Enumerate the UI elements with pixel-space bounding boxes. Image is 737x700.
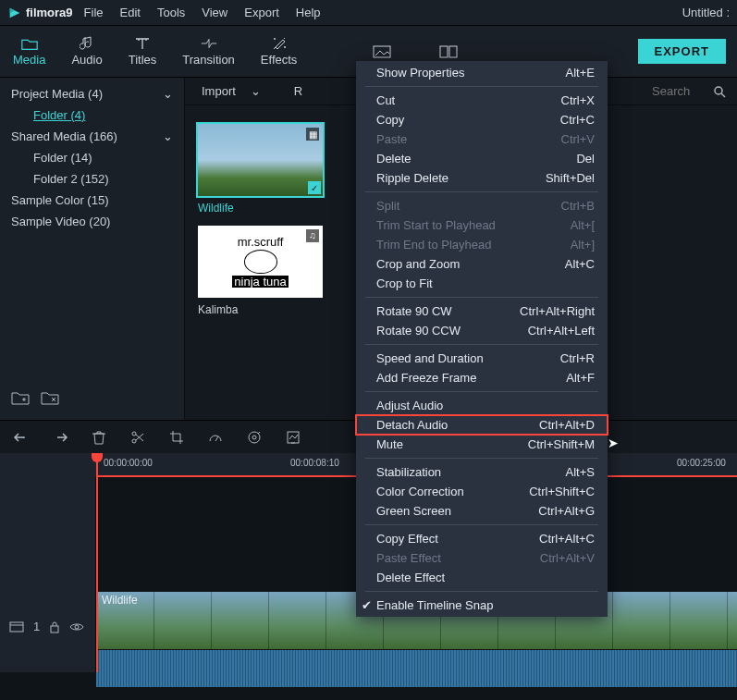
ctx-ripple-delete[interactable]: Ripple DeleteShift+Del [356,168,608,188]
menu-view[interactable]: View [202,6,227,19]
ctx-rotate-90-ccw[interactable]: Rotate 90 CCWCtrl+Alt+Left [356,321,608,340]
thumb-label: Wildlife [198,202,323,215]
search-box[interactable] [652,84,726,98]
titles-icon [133,36,152,51]
ruler-tick: 00:00:08:10 [290,458,339,468]
ctx-copy-effect[interactable]: Copy EffectCtrl+Alt+C [356,529,608,548]
search-input[interactable] [652,84,707,98]
sidebar-item[interactable]: Folder 2 (152) [0,168,184,190]
ctx-show-properties[interactable]: Show PropertiesAlt+E [356,63,608,82]
color-icon[interactable] [246,429,263,446]
mouse-cursor-icon: ➤ [608,436,619,450]
delete-folder-icon[interactable] [41,390,59,405]
menu-tools[interactable]: Tools [157,6,185,19]
menu-edit[interactable]: Edit [120,6,141,19]
record-button[interactable]: R [294,84,302,98]
svg-point-5 [715,87,722,94]
new-folder-icon[interactable] [11,390,30,405]
import-button[interactable]: Import ⌄ [196,84,266,98]
ctx-mute[interactable]: MuteCtrl+Shift+M [356,435,608,454]
search-icon [713,85,726,98]
media-icon [20,36,39,51]
sidebar-item[interactable]: Folder (4) [0,104,184,126]
ctx-detach-audio[interactable]: Detach AudioCtrl+Alt+D [356,415,608,435]
audio-icon [78,36,96,51]
ctx-copy[interactable]: CopyCtrl+C [356,110,608,129]
svg-point-11 [252,436,256,439]
ctx-green-screen[interactable]: Green ScreenCtrl+Alt+G [356,501,608,521]
ctx-crop-to-fit[interactable]: Crop to Fit [356,274,608,293]
chevron-down-icon: ⌄ [163,129,173,143]
ruler-tick: 00:00:00:00 [104,458,153,468]
sidebar-item[interactable]: Project Media (4)⌄ [0,83,184,104]
svg-point-1 [284,46,286,48]
sidebar-item[interactable]: Sample Color (15) [0,190,184,211]
track-type-icon [9,621,24,632]
sidebar-item[interactable]: Folder (14) [0,147,184,168]
crop-icon[interactable] [168,429,185,446]
ctx-cut[interactable]: CutCtrl+X [356,91,608,110]
tab-media[interactable]: Media [0,26,58,77]
sidebar-item[interactable]: Sample Video (20) [0,211,184,232]
ctx-rotate-90-cw[interactable]: Rotate 90 CWCtrl+Alt+Right [356,301,608,321]
check-icon: ✔ [362,598,372,612]
tab-titles[interactable]: Titles [116,26,170,77]
video-type-icon: ▦ [306,128,319,141]
picture-icon [373,44,391,59]
menu-export[interactable]: Export [244,6,279,19]
undo-icon[interactable] [13,429,30,446]
ctx-paste-effect: Paste EffectCtrl+Alt+V [356,548,608,568]
svg-rect-16 [10,622,23,632]
tab-transition[interactable]: Transition [169,26,248,77]
sidebar-item[interactable]: Shared Media (166)⌄ [0,126,184,147]
ctx-trim-start-to-playhead: Trim Start to PlayheadAlt+[ [356,215,608,235]
menu-file[interactable]: File [84,6,104,19]
media-thumb-kalimba[interactable]: mr.scruff ninja tuna ♫ Kalimba [198,226,323,316]
media-thumb-wildlife[interactable]: ▦ ✓ Wildlife [198,124,323,215]
eye-icon[interactable] [69,622,84,632]
ctx-delete-effect[interactable]: Delete Effect [356,568,608,587]
svg-rect-3 [440,46,448,57]
ruler-tick: 00:00:25:00 [677,458,726,468]
ctx-paste: PasteCtrl+V [356,129,608,149]
context-menu: Show PropertiesAlt+ECutCtrl+XCopyCtrl+CP… [356,61,608,617]
tab-effects[interactable]: Effects [248,26,311,77]
titlebar: filmora9 FileEditToolsViewExportHelp Unt… [0,0,737,26]
ctx-add-freeze-frame[interactable]: Add Freeze FrameAlt+F [356,368,608,387]
redo-icon[interactable] [52,429,68,446]
svg-point-19 [75,625,79,629]
effects-icon [270,36,289,51]
ctx-color-correction[interactable]: Color CorrectionCtrl+Shift+C [356,482,608,501]
timeline-audio-clip[interactable] [96,650,737,687]
ctx-stabilization[interactable]: StabilizationAlt+S [356,462,608,482]
playhead[interactable] [96,453,98,672]
menubar: FileEditToolsViewExportHelp [84,6,321,19]
app-logo: filmora9 [7,6,73,20]
svg-point-0 [274,38,276,40]
svg-rect-12 [288,432,299,443]
ctx-split: SplitCtrl+B [356,196,608,215]
clip-label: Wildlife [102,594,138,607]
track-number: 1 [33,620,40,633]
ctx-speed-and-duration[interactable]: Speed and DurationCtrl+R [356,349,608,368]
tab-audio[interactable]: Audio [58,26,115,77]
export-button[interactable]: EXPORT [638,39,726,64]
speed-icon[interactable] [207,429,224,446]
split-screen-icon [439,44,458,59]
ctx-enable-timeline-snap[interactable]: ✔Enable Timeline Snap [356,596,608,615]
chevron-down-icon: ⌄ [163,87,173,101]
lock-icon[interactable] [49,620,60,633]
split-icon[interactable] [129,429,146,446]
menu-help[interactable]: Help [296,6,321,19]
svg-point-8 [132,439,136,443]
green-screen-icon[interactable] [285,429,301,446]
ctx-delete[interactable]: DeleteDel [356,149,608,168]
delete-icon[interactable] [91,429,107,446]
svg-rect-4 [449,46,457,57]
svg-line-6 [721,93,725,97]
audio-type-icon: ♫ [306,229,319,242]
svg-point-7 [132,432,136,436]
ctx-crop-and-zoom[interactable]: Crop and ZoomAlt+C [356,254,608,274]
thumb-label: Kalimba [198,303,323,316]
ctx-adjust-audio[interactable]: Adjust Audio [356,396,608,415]
